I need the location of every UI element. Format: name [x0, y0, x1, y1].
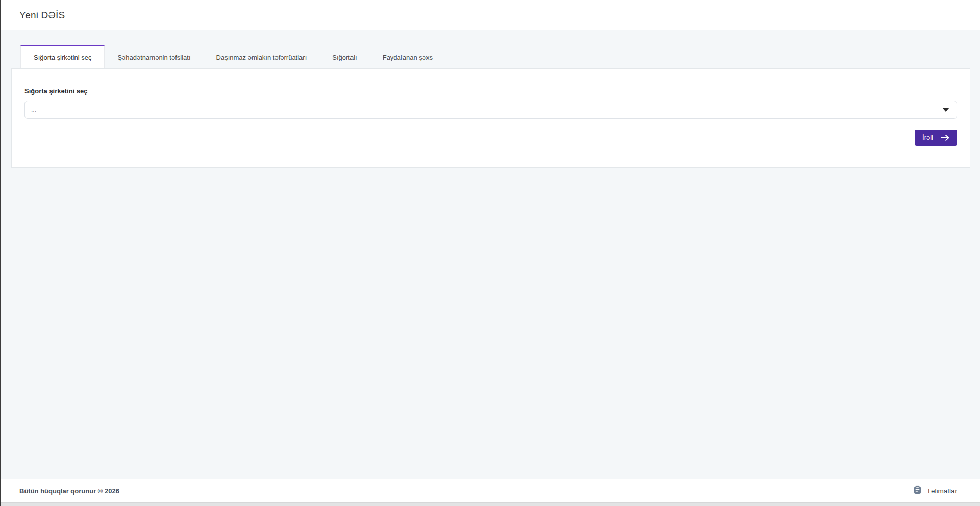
wizard-tab-bar: Sığorta şirkətini seç Şəhadətnamənin təf…: [20, 45, 970, 68]
horizontal-scrollbar-track[interactable]: [0, 502, 980, 506]
tab-beneficiary[interactable]: Faydalanan şəxs: [370, 45, 445, 68]
app-footer: Bütün hüquqlar qorunur © 2026 Təlimatlar: [0, 479, 980, 502]
form-card: Sığorta şirkətini seç ... İrəli: [11, 68, 970, 168]
page-title: Yeni DƏİS: [19, 10, 65, 21]
tab-certificate-details[interactable]: Şəhadətnamənin təfsilatı: [105, 45, 203, 68]
tab-insured[interactable]: Sığortalı: [319, 45, 369, 68]
main-content-area: Sığorta şirkətini seç Şəhadətnamənin təf…: [0, 30, 980, 479]
instructions-link[interactable]: Təlimatlar: [913, 485, 957, 496]
insurer-select-value: ...: [31, 106, 36, 113]
app-header: Yeni DƏİS: [0, 0, 980, 30]
caret-down-icon: [942, 108, 949, 112]
tab-property-details[interactable]: Daşınmaz əmlakın təfərrüatları: [204, 45, 320, 68]
form-actions: İrəli: [24, 130, 957, 146]
next-button-label: İrəli: [922, 134, 933, 141]
next-button[interactable]: İrəli: [915, 130, 957, 146]
window-left-edge: [0, 0, 1, 506]
arrow-right-icon: [941, 134, 949, 141]
insurer-select-label: Sığorta şirkətini seç: [24, 87, 957, 95]
copyright-text: Bütün hüquqlar qorunur © 2026: [19, 487, 119, 495]
clipboard-icon: [913, 485, 922, 496]
instructions-label: Təlimatlar: [927, 487, 957, 495]
insurer-select[interactable]: ...: [24, 101, 957, 119]
tab-select-insurer[interactable]: Sığorta şirkətini seç: [20, 45, 105, 68]
